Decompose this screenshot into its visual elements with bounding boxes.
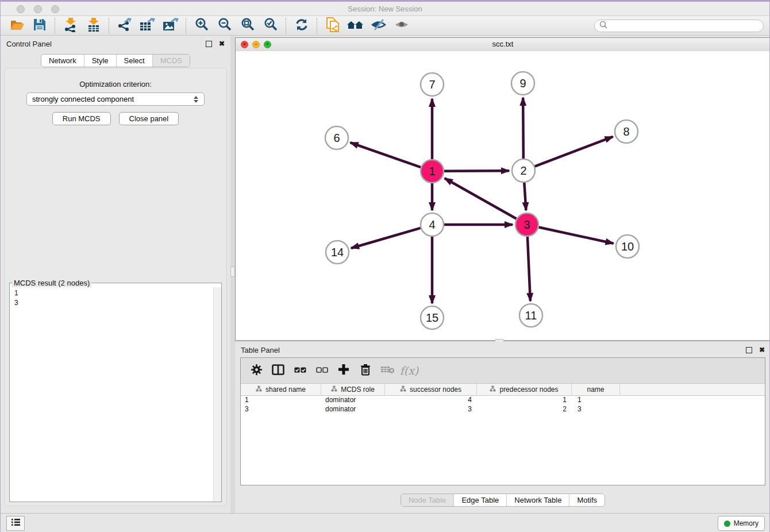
tab-network-table[interactable]: Network Table xyxy=(506,494,569,506)
export-network-button[interactable] xyxy=(113,17,136,34)
criterion-dropdown[interactable]: strongly connected component xyxy=(26,92,205,106)
import-table-button[interactable] xyxy=(82,17,105,34)
node-8[interactable]: 8 xyxy=(615,120,638,143)
cell-shared-name[interactable]: 1 xyxy=(241,396,321,405)
node-7[interactable]: 7 xyxy=(421,73,444,96)
column-header-name[interactable]: name xyxy=(572,384,620,395)
edge-4-14[interactable] xyxy=(351,228,421,248)
tab-node-table[interactable]: Node Table xyxy=(401,494,454,506)
table-toolbar: f(x) xyxy=(241,358,765,384)
cell-shared-name[interactable]: 3 xyxy=(241,405,321,414)
tab-mcds[interactable]: MCDS xyxy=(152,55,190,67)
cell-name[interactable]: 1 xyxy=(572,396,620,405)
node-9[interactable]: 9 xyxy=(511,72,534,95)
zoom-out-button[interactable] xyxy=(213,17,236,34)
edge-3-1[interactable] xyxy=(445,178,517,218)
close-panel-icon[interactable]: ✖ xyxy=(759,346,765,353)
cell-successor-nodes[interactable]: 3 xyxy=(385,405,477,414)
search-input[interactable] xyxy=(610,21,763,30)
first-neighbors-button[interactable] xyxy=(344,17,367,34)
node-1[interactable]: 1 xyxy=(421,160,444,183)
edge-3-11[interactable] xyxy=(528,237,530,301)
fit-content-icon xyxy=(241,17,255,34)
node-4[interactable]: 4 xyxy=(421,213,444,236)
delete-table-button[interactable] xyxy=(376,361,398,380)
column-header-predecessor-nodes[interactable]: predecessor nodes xyxy=(477,384,572,395)
tab-motifs[interactable]: Motifs xyxy=(569,494,605,506)
run-mcds-button[interactable]: Run MCDS xyxy=(52,112,111,125)
close-panel-icon[interactable]: ✖ xyxy=(219,40,225,47)
zoom-selected-button[interactable] xyxy=(259,17,282,34)
node-11[interactable]: 11 xyxy=(519,304,542,327)
fit-content-button[interactable] xyxy=(236,17,259,34)
column-header-successor-nodes[interactable]: successor nodes xyxy=(385,384,477,395)
node-6[interactable]: 6 xyxy=(325,126,348,149)
table-settings-button[interactable] xyxy=(245,361,267,380)
status-bar: Memory xyxy=(1,513,769,532)
cell-name[interactable]: 3 xyxy=(572,405,620,414)
svg-text:3: 3 xyxy=(523,218,530,231)
show-all-button[interactable] xyxy=(390,17,413,34)
export-image-button[interactable] xyxy=(159,17,182,34)
memory-label: Memory xyxy=(734,519,759,527)
float-panel-icon[interactable] xyxy=(206,41,212,47)
window-title: Session: New Session xyxy=(1,5,769,13)
vertical-splitter[interactable] xyxy=(230,36,235,513)
toolbar-separator xyxy=(186,18,187,34)
node-2[interactable]: 2 xyxy=(512,159,535,182)
cell-mcds-role[interactable]: dominator xyxy=(321,396,385,405)
edge-2-8[interactable] xyxy=(535,137,613,167)
select-all-columns-button[interactable] xyxy=(289,361,311,380)
node-14[interactable]: 14 xyxy=(326,241,349,264)
hide-selected-button[interactable] xyxy=(367,17,390,34)
edge-3-10[interactable] xyxy=(539,227,614,243)
toolbar-separator xyxy=(55,18,56,34)
network-window-titlebar[interactable]: × − + scc.txt xyxy=(236,38,770,52)
deselect-all-columns-button[interactable] xyxy=(311,361,333,380)
memory-button[interactable]: Memory xyxy=(718,516,765,531)
node-10[interactable]: 10 xyxy=(616,235,639,258)
delete-columns-button[interactable] xyxy=(355,361,376,380)
zoom-selected-icon xyxy=(264,17,278,34)
show-column-panel-button[interactable] xyxy=(267,361,289,380)
mcds-result-list[interactable]: 1 3 xyxy=(10,287,214,502)
table-row[interactable]: 1 dominator 4 1 1 xyxy=(241,396,765,405)
tab-style[interactable]: Style xyxy=(84,55,116,67)
edge-1-2[interactable] xyxy=(444,171,509,171)
cell-mcds-role[interactable]: dominator xyxy=(321,405,385,414)
tab-edge-table[interactable]: Edge Table xyxy=(453,494,506,506)
node-15[interactable]: 15 xyxy=(421,306,444,329)
create-column-button[interactable] xyxy=(333,361,355,380)
refresh-view-button[interactable] xyxy=(290,17,313,34)
node-3[interactable]: 3 xyxy=(515,213,538,236)
edge-1-6[interactable] xyxy=(351,142,421,167)
splitter-handle[interactable] xyxy=(230,267,235,277)
table-panel-tabgroup: Node Table Edge Table Network Table Moti… xyxy=(401,494,605,507)
cell-predecessor-nodes[interactable]: 2 xyxy=(477,405,572,414)
save-session-button[interactable] xyxy=(28,17,51,34)
export-table-button[interactable] xyxy=(136,17,159,34)
network-canvas[interactable]: 7968124314101511 xyxy=(236,51,770,340)
tree-icon xyxy=(490,385,496,394)
cell-predecessor-nodes[interactable]: 1 xyxy=(477,396,572,405)
import-network-button[interactable] xyxy=(59,17,82,34)
copy-network-button[interactable] xyxy=(321,17,344,34)
search-box[interactable] xyxy=(594,20,764,32)
task-history-button[interactable] xyxy=(6,516,25,531)
float-panel-icon[interactable] xyxy=(746,347,752,353)
column-header-shared-name[interactable]: shared name xyxy=(241,384,321,395)
close-panel-button[interactable]: Close panel xyxy=(119,112,179,125)
function-builder-button[interactable]: f(x) xyxy=(398,361,420,380)
open-file-button[interactable] xyxy=(5,17,28,34)
tab-select[interactable]: Select xyxy=(116,55,152,67)
mcds-tab-content: Optimization criterion: strongly connect… xyxy=(4,68,227,506)
cell-successor-nodes[interactable]: 4 xyxy=(385,396,477,405)
tab-network[interactable]: Network xyxy=(41,55,84,67)
table-row[interactable]: 3 dominator 3 2 3 xyxy=(241,405,765,414)
edge-2-3[interactable] xyxy=(524,183,526,210)
column-header-mcds-role[interactable]: MCDS role xyxy=(321,384,385,395)
result-scrollbar[interactable] xyxy=(213,287,221,502)
zoom-in-button[interactable] xyxy=(190,17,213,34)
edge-2-9[interactable] xyxy=(523,98,523,159)
result-item: 3 xyxy=(14,298,214,308)
